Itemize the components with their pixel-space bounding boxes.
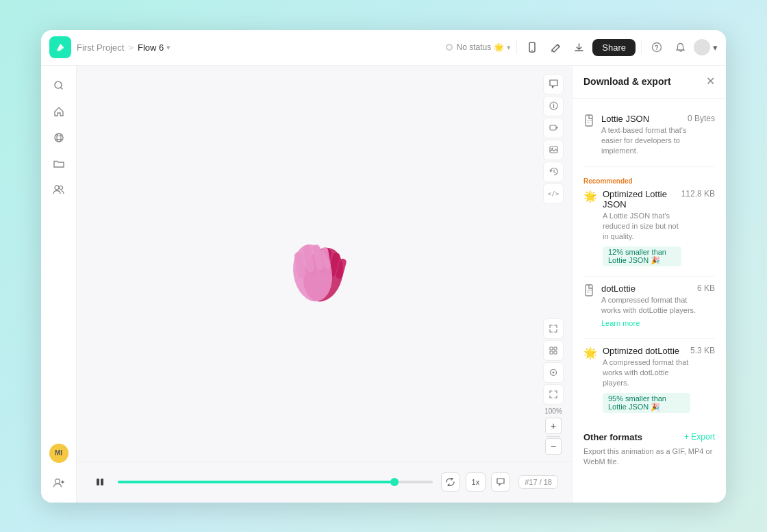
other-formats-desc: Export this animation as a GIF, MP4 or W… <box>583 446 715 468</box>
optimized-dotlottie-tag: 95% smaller than Lottie JSON 🎉 <box>603 393 690 413</box>
svg-point-8 <box>60 186 63 189</box>
export-item-dotlottie: dotLottie A compressed format that works… <box>583 277 715 339</box>
frame-indicator: #17 / 18 <box>518 475 558 489</box>
playbar-controls: 1x <box>441 472 511 492</box>
optimized-dotlottie-size: 5.3 KB <box>690 346 715 355</box>
export-item-optimized-lottie: Recommended 🌟 Optimized Lottie JSON A Lo… <box>583 167 715 277</box>
status-dot <box>446 44 453 51</box>
add-user-button[interactable] <box>47 471 71 494</box>
svg-rect-22 <box>550 125 556 130</box>
playbar: 1x #17 / 18 <box>77 461 572 503</box>
zoom-label: 100% <box>544 407 562 415</box>
svg-rect-25 <box>550 347 553 350</box>
svg-point-6 <box>57 134 61 142</box>
chevron-down-icon: ▾ <box>166 43 171 52</box>
lottie-json-desc: A text-based format that's easier for de… <box>601 125 688 157</box>
canvas-toolbar-right: </> <box>543 74 564 204</box>
comment-button[interactable] <box>491 472 510 492</box>
fullscreen-button[interactable] <box>543 384 564 405</box>
svg-point-21 <box>553 103 554 105</box>
code-tool-button[interactable]: </> <box>543 183 564 204</box>
svg-point-3 <box>656 49 657 50</box>
optimized-lottie-tag: 12% smaller than Lottie JSON 🎉 <box>603 246 681 266</box>
sun-icon: 🌟 <box>583 190 597 203</box>
breadcrumb-project[interactable]: First Project <box>77 42 124 53</box>
download-button[interactable] <box>569 38 588 57</box>
svg-point-2 <box>653 43 662 52</box>
status-emoji: 🌟 <box>494 42 504 52</box>
help-button[interactable] <box>647 38 666 57</box>
panel-title: Download & export <box>583 76 671 87</box>
optimized-lottie-name: Optimized Lottie JSON <box>603 189 681 210</box>
breadcrumb-current[interactable]: Flow 6 ▾ <box>138 42 171 53</box>
svg-rect-26 <box>554 347 557 350</box>
zoom-in-button[interactable]: + <box>545 418 562 434</box>
speed-button[interactable]: 1x <box>466 472 486 492</box>
svg-rect-31 <box>97 479 99 485</box>
svg-point-30 <box>553 371 555 373</box>
main-layout: MI <box>41 66 726 503</box>
user-avatar[interactable]: MI <box>49 444 68 463</box>
lottie-json-name: Lottie JSON <box>601 114 688 124</box>
dotlottie-desc: A compressed format that works with dotL… <box>601 295 697 316</box>
panel-header: Download & export ✕ <box>573 66 726 99</box>
frame-total: 18 <box>544 478 552 486</box>
pause-button[interactable] <box>90 472 110 492</box>
optimized-lottie-size: 112.8 KB <box>681 189 715 199</box>
progress-thumb[interactable] <box>390 478 399 486</box>
frame-current: #17 <box>525 478 537 486</box>
svg-point-1 <box>531 50 533 51</box>
panel-body: Lottie JSON A text-based format that's e… <box>573 99 726 503</box>
top-bar-actions: No status 🌟 ▾ Share <box>446 38 718 57</box>
export-item-lottie-json: Lottie JSON A text-based format that's e… <box>583 107 715 167</box>
sidebar-item-globe[interactable] <box>47 126 71 149</box>
grid-tool-button[interactable] <box>543 340 564 361</box>
notification-button[interactable] <box>670 38 690 57</box>
animation-preview <box>270 216 379 312</box>
mobile-preview-button[interactable] <box>523 38 542 57</box>
sun-icon-dotlottie: 🌟 <box>583 346 597 359</box>
learn-more-link[interactable]: Learn more <box>601 319 640 327</box>
status-dropdown-icon[interactable]: ▾ <box>507 43 511 52</box>
resize-tool-button[interactable] <box>543 318 564 339</box>
sidebar-item-folder[interactable] <box>47 152 71 175</box>
optimized-lottie-desc: A Lottie JSON that's reduced in size but… <box>603 211 681 242</box>
info-tool-button[interactable] <box>543 96 564 116</box>
progress-fill <box>118 481 394 483</box>
sidebar-item-users[interactable] <box>47 178 71 201</box>
top-bar: First Project > Flow 6 ▾ No status 🌟 ▾ <box>41 30 726 66</box>
other-formats-title: Other formats <box>583 432 642 442</box>
history-tool-button[interactable] <box>543 162 564 182</box>
breadcrumb-separator: > <box>128 42 134 53</box>
right-panel: Download & export ✕ Lottie JSON A text-b… <box>572 66 726 503</box>
loop-button[interactable] <box>441 472 460 492</box>
sidebar-item-search[interactable] <box>47 74 71 97</box>
preview-tool-button[interactable] <box>543 118 564 138</box>
canvas-content: </> 100% <box>77 66 572 461</box>
optimized-dotlottie-desc: A compressed format that works with dotL… <box>603 357 690 389</box>
breadcrumb: First Project > Flow 6 ▾ <box>77 42 171 53</box>
sidebar-item-home[interactable] <box>47 100 71 123</box>
panel-close-button[interactable]: ✕ <box>706 76 715 87</box>
svg-point-24 <box>551 148 553 149</box>
status-label[interactable]: No status 🌟 ▾ <box>457 42 512 52</box>
progress-bar[interactable] <box>118 481 433 483</box>
svg-point-5 <box>55 134 63 142</box>
logo-button[interactable] <box>49 36 71 58</box>
export-link[interactable]: + Export <box>684 432 715 442</box>
comment-tool-button[interactable] <box>543 74 564 94</box>
app-window: First Project > Flow 6 ▾ No status 🌟 ▾ <box>41 30 726 503</box>
dotlottie-size: 6 KB <box>697 283 715 293</box>
left-sidebar: MI <box>41 66 77 503</box>
svg-point-7 <box>55 186 59 190</box>
image-tool-button[interactable] <box>543 140 564 160</box>
zoom-out-button[interactable]: − <box>545 438 562 455</box>
svg-rect-28 <box>554 351 557 354</box>
color-wheel-button[interactable] <box>543 362 564 383</box>
optimized-dotlottie-name: Optimized dotLottie <box>603 346 690 356</box>
share-button[interactable]: Share <box>592 39 636 56</box>
other-formats-section: Other formats + Export Export this anima… <box>583 422 715 468</box>
canvas-area: </> 100% <box>77 66 572 503</box>
svg-rect-32 <box>101 479 103 485</box>
edit-button[interactable] <box>546 38 565 57</box>
